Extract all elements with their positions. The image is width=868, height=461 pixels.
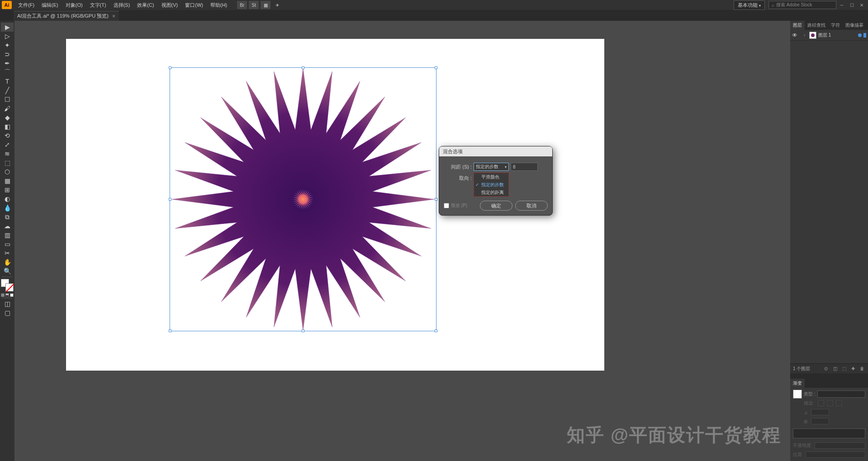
lasso-tool-icon[interactable]: ⊃ bbox=[1, 50, 14, 59]
type-tool-icon[interactable]: T bbox=[1, 77, 14, 86]
preview-checkbox[interactable]: 预览 (P) bbox=[444, 202, 477, 209]
close-window-icon[interactable]: ✕ bbox=[857, 1, 866, 9]
layer-name[interactable]: 图层 1 bbox=[818, 32, 831, 38]
minimize-icon[interactable]: ─ bbox=[837, 1, 846, 9]
rotate-tool-icon[interactable]: ⟲ bbox=[1, 131, 14, 140]
curvature-tool-icon[interactable]: ⌒ bbox=[1, 68, 14, 77]
menu-file[interactable]: 文件(F) bbox=[14, 2, 38, 9]
gradient-ramp[interactable] bbox=[793, 428, 865, 438]
angle-input[interactable] bbox=[811, 409, 829, 415]
stroke-along-icon[interactable] bbox=[827, 400, 833, 406]
arrange-docs-icon[interactable]: ▦ bbox=[261, 1, 270, 9]
sel-handle-br[interactable] bbox=[435, 329, 437, 332]
stroke-swatch-icon[interactable] bbox=[5, 283, 14, 292]
tab-layers[interactable]: 图层 bbox=[790, 21, 805, 30]
stroke-across-icon[interactable] bbox=[818, 400, 824, 406]
magic-wand-tool-icon[interactable]: ✦ bbox=[1, 41, 14, 50]
tab-close-icon[interactable]: × bbox=[112, 13, 115, 19]
eyedropper-tool-icon[interactable]: 💧 bbox=[1, 203, 14, 212]
ok-button[interactable]: 确定 bbox=[480, 201, 512, 211]
menu-view[interactable]: 视图(V) bbox=[158, 2, 182, 9]
opacity-input[interactable] bbox=[815, 442, 865, 449]
none-mode-icon[interactable] bbox=[10, 293, 14, 297]
eraser-tool-icon[interactable]: ◧ bbox=[1, 122, 14, 131]
menu-type[interactable]: 文字(T) bbox=[86, 2, 110, 9]
perspective-grid-icon[interactable]: ▦ bbox=[1, 176, 14, 185]
tab-pathfinder[interactable]: 路径查找 bbox=[805, 21, 828, 30]
rectangle-tool-icon[interactable]: ☐ bbox=[1, 95, 14, 104]
new-layer-icon[interactable]: ✚ bbox=[850, 366, 856, 372]
sel-handle-bc[interactable] bbox=[302, 329, 304, 332]
clip-mask-icon[interactable]: ◫ bbox=[832, 366, 838, 372]
shaper-tool-icon[interactable]: ◆ bbox=[1, 113, 14, 122]
sel-handle-mr[interactable] bbox=[435, 198, 437, 201]
expand-icon[interactable]: › bbox=[804, 33, 809, 38]
spacing-value-input[interactable] bbox=[511, 163, 538, 171]
hand-tool-icon[interactable]: ✋ bbox=[1, 258, 14, 267]
workspace-dropdown[interactable]: 基本功能 ▾ bbox=[734, 0, 765, 10]
delete-layer-icon[interactable]: 🗑 bbox=[859, 366, 865, 372]
maximize-icon[interactable]: ☐ bbox=[847, 1, 856, 9]
menu-select[interactable]: 选择(S) bbox=[110, 2, 134, 9]
brush-tool-icon[interactable]: 🖌 bbox=[1, 104, 14, 113]
dd-item-distance[interactable]: 指定的距离 bbox=[474, 188, 508, 196]
gpu-icon[interactable]: ✈ bbox=[272, 1, 282, 9]
graph-tool-icon[interactable]: ▥ bbox=[1, 230, 14, 240]
screen-mode-icon[interactable]: ▢ bbox=[1, 308, 14, 317]
stock-icon[interactable]: St bbox=[249, 1, 259, 9]
cancel-button[interactable]: 取消 bbox=[515, 201, 548, 211]
symbol-spray-icon[interactable]: ☁ bbox=[1, 221, 14, 230]
tab-gradient[interactable]: 渐变 bbox=[790, 379, 805, 388]
menu-effect[interactable]: 效果(C) bbox=[133, 2, 157, 9]
sel-handle-tc[interactable] bbox=[302, 66, 304, 69]
location-input[interactable] bbox=[806, 452, 865, 458]
sublayer-icon[interactable]: ⬚ bbox=[841, 366, 847, 372]
spacing-select[interactable]: 指定的步数▾ bbox=[474, 163, 509, 171]
sel-handle-tl[interactable] bbox=[169, 66, 171, 69]
aspect-input[interactable] bbox=[811, 418, 829, 424]
gradient-tool-icon[interactable]: ◐ bbox=[1, 194, 14, 203]
dd-item-steps[interactable]: ✓指定的步数 bbox=[474, 181, 508, 188]
dd-item-smooth[interactable]: 平滑颜色 bbox=[474, 173, 508, 181]
color-mode-icon[interactable] bbox=[1, 293, 5, 297]
gradient-mode-icon[interactable] bbox=[5, 293, 9, 297]
document-tab[interactable]: AI混合工具.ai* @ 119% (RGB/GPU 预览) × bbox=[14, 11, 119, 21]
selection-tool-icon[interactable]: ▶ bbox=[1, 23, 14, 32]
selection-box[interactable] bbox=[170, 67, 436, 331]
gradient-swatch-icon[interactable] bbox=[793, 390, 802, 399]
sel-handle-ml[interactable] bbox=[169, 198, 171, 201]
tab-character[interactable]: 字符 bbox=[828, 21, 843, 30]
app-logo-icon: Ai bbox=[2, 1, 12, 9]
layer-target-icon[interactable] bbox=[858, 33, 862, 37]
menu-help[interactable]: 帮助(H) bbox=[207, 2, 231, 9]
blend-tool-icon[interactable]: ⧉ bbox=[1, 212, 14, 221]
bridge-icon[interactable]: Br bbox=[237, 1, 247, 9]
artboard-tool-icon[interactable]: ▭ bbox=[1, 240, 14, 249]
tab-image-trace[interactable]: 图像描摹 bbox=[843, 21, 866, 30]
locate-icon[interactable]: ⊙ bbox=[823, 366, 829, 372]
width-tool-icon[interactable]: ≋ bbox=[1, 149, 14, 158]
line-tool-icon[interactable]: ╱ bbox=[1, 86, 14, 95]
pen-tool-icon[interactable]: ✒ bbox=[1, 59, 14, 68]
sel-handle-bl[interactable] bbox=[169, 329, 171, 332]
menu-window[interactable]: 窗口(W) bbox=[181, 2, 207, 9]
sel-handle-tr[interactable] bbox=[435, 66, 437, 69]
slice-tool-icon[interactable]: ✂ bbox=[1, 249, 14, 258]
fill-stroke-swatch[interactable] bbox=[1, 279, 14, 292]
gradient-type-select[interactable] bbox=[817, 390, 865, 398]
search-input[interactable]: ⌕ 搜索 Adobe Stock bbox=[768, 1, 836, 9]
mesh-tool-icon[interactable]: ⊞ bbox=[1, 185, 14, 194]
scale-tool-icon[interactable]: ⤢ bbox=[1, 140, 14, 149]
direct-select-tool-icon[interactable]: ▷ bbox=[1, 32, 14, 41]
draw-mode-icon[interactable]: ◫ bbox=[1, 299, 14, 308]
canvas-area[interactable]: 混合选项 间距 (S) : 指定的步数▾ 取向 : ⊥ ⌇ 平滑颜色 ✓指定的步… bbox=[14, 21, 790, 461]
layer-row[interactable]: 👁 › 图层 1 bbox=[790, 30, 868, 41]
stroke-within-icon[interactable] bbox=[836, 400, 842, 406]
zoom-tool-icon[interactable]: 🔍 bbox=[1, 267, 14, 276]
dialog-title[interactable]: 混合选项 bbox=[439, 146, 552, 156]
menu-edit[interactable]: 编辑(E) bbox=[38, 2, 62, 9]
free-transform-icon[interactable]: ⬚ bbox=[1, 158, 14, 167]
shape-builder-icon[interactable]: ⬡ bbox=[1, 167, 14, 176]
menu-object[interactable]: 对象(O) bbox=[62, 2, 86, 9]
visibility-icon[interactable]: 👁 bbox=[792, 32, 799, 38]
